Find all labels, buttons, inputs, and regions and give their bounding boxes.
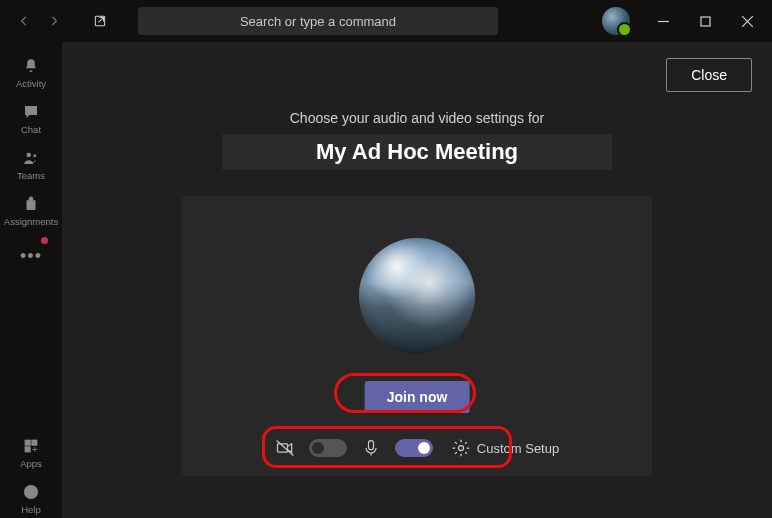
rail-item-label: Chat bbox=[21, 124, 41, 135]
microphone-icon bbox=[361, 438, 381, 458]
video-preview-card: Join now Custom Setup bbox=[182, 196, 652, 476]
close-button[interactable]: Close bbox=[666, 58, 752, 92]
svg-line-12 bbox=[276, 441, 293, 456]
preview-avatar bbox=[359, 238, 475, 354]
svg-point-14 bbox=[458, 446, 463, 451]
join-now-button[interactable]: Join now bbox=[365, 381, 470, 413]
svg-rect-9 bbox=[25, 446, 30, 451]
open-new-window-button[interactable] bbox=[86, 7, 114, 35]
rail-item-activity[interactable]: Activity bbox=[0, 52, 62, 92]
gear-icon bbox=[451, 438, 471, 458]
custom-setup-label: Custom Setup bbox=[477, 441, 559, 456]
rail-item-help[interactable]: Help bbox=[0, 478, 62, 518]
pre-join-stage: Close Choose your audio and video settin… bbox=[62, 42, 772, 518]
rail-item-apps[interactable]: Apps bbox=[0, 432, 62, 472]
custom-setup-button[interactable]: Custom Setup bbox=[451, 438, 559, 458]
settings-prompt: Choose your audio and video settings for bbox=[82, 110, 752, 126]
apps-icon bbox=[21, 436, 41, 456]
user-avatar[interactable] bbox=[602, 7, 630, 35]
camera-toggle[interactable] bbox=[309, 439, 347, 457]
more-icon: ••• bbox=[21, 246, 41, 266]
rail-item-assignments[interactable]: Assignments bbox=[0, 190, 62, 230]
rail-item-chat[interactable]: Chat bbox=[0, 98, 62, 138]
svg-point-6 bbox=[33, 154, 36, 157]
svg-rect-2 bbox=[701, 17, 710, 26]
svg-rect-8 bbox=[32, 440, 37, 445]
window-minimize-button[interactable] bbox=[642, 0, 684, 42]
rail-item-more[interactable]: ••• bbox=[0, 236, 62, 276]
left-rail: Activity Chat Teams Assignments bbox=[0, 42, 62, 518]
device-controls-row: Custom Setup bbox=[182, 438, 652, 458]
svg-rect-13 bbox=[368, 441, 373, 450]
camera-off-icon bbox=[275, 438, 295, 458]
svg-point-5 bbox=[27, 152, 32, 157]
meeting-title-input[interactable]: My Ad Hoc Meeting bbox=[222, 134, 612, 170]
notification-badge bbox=[41, 237, 48, 244]
nav-back-button[interactable] bbox=[10, 7, 38, 35]
search-input[interactable]: Search or type a command bbox=[138, 7, 498, 35]
rail-item-label: Assignments bbox=[4, 216, 58, 227]
nav-forward-button[interactable] bbox=[40, 7, 68, 35]
rail-item-teams[interactable]: Teams bbox=[0, 144, 62, 184]
search-placeholder: Search or type a command bbox=[240, 14, 396, 29]
rail-item-label: Activity bbox=[16, 78, 46, 89]
microphone-toggle[interactable] bbox=[395, 439, 433, 457]
rail-item-label: Apps bbox=[20, 458, 42, 469]
svg-rect-7 bbox=[25, 440, 30, 445]
bell-icon bbox=[21, 56, 41, 76]
rail-item-label: Teams bbox=[17, 170, 45, 181]
chat-icon bbox=[21, 102, 41, 122]
teams-icon bbox=[21, 148, 41, 168]
window-close-button[interactable] bbox=[726, 0, 768, 42]
titlebar: Search or type a command bbox=[0, 0, 772, 42]
window-maximize-button[interactable] bbox=[684, 0, 726, 42]
help-icon bbox=[21, 482, 41, 502]
assignments-icon bbox=[21, 194, 41, 214]
rail-item-label: Help bbox=[21, 504, 41, 515]
